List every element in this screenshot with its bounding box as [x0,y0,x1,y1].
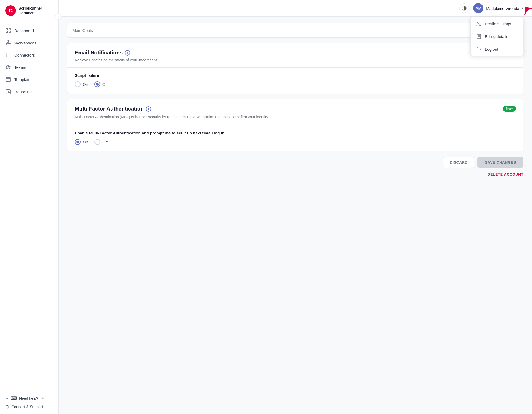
sidebar-item-connectors[interactable]: Connectors [0,49,58,61]
sidebar-item-label: Workspaces [14,41,36,45]
collapse-sidebar-button[interactable]: ‹ [55,13,61,20]
need-help-button[interactable]: ✦ ⌨ Need help? + [5,396,53,401]
receipt-icon [476,34,482,39]
user-name: Madeleine Vironda [486,6,519,11]
templates-icon [5,77,11,82]
content-area: Email Notifications i New Recieve update… [59,17,532,414]
delete-account-link[interactable]: DELETE ACCOUNT [67,172,523,176]
logout-icon [476,47,482,52]
sidebar-item-templates[interactable]: Templates [0,73,58,86]
plus-icon: + [41,396,44,401]
header: MV Madeleine Vironda ▾ [59,0,532,17]
mfa-on-option[interactable]: On [75,139,88,145]
script-failure-radio-group: On Off [75,81,516,87]
svg-point-15 [6,55,7,56]
user-dropdown-menu: Profile settings Billing details [470,17,523,56]
avatar: MV [473,3,483,13]
svg-point-18 [6,66,7,67]
terminal-icon: ⌨ [11,396,17,401]
sidebar: C ScriptRunner Connect ‹ Dashboard [0,0,59,414]
mfa-badge: New [503,106,516,112]
svg-point-16 [6,56,7,57]
svg-point-5 [8,40,9,41]
sidebar-item-label: Connectors [14,53,35,57]
reporting-icon [5,89,11,95]
sidebar-item-teams[interactable]: Teams [0,61,58,73]
mfa-enable-label: Enable Multi-Factor Authentication and p… [75,131,516,135]
sidebar-item-label: Dashboard [14,28,34,33]
save-changes-button[interactable]: SAVE CHANGES [477,157,523,168]
sidebar-item-label: Teams [14,65,26,70]
teams-icon [5,64,11,70]
billing-details-item[interactable]: Billing details [471,30,523,43]
logout-item[interactable]: Log out [471,43,523,56]
svg-line-9 [9,43,10,44]
connect-support-button[interactable]: ⊙ Connect & Support [5,404,53,410]
connectors-icon [5,52,11,58]
svg-point-30 [480,24,481,26]
mfa-off-radio[interactable] [94,139,100,145]
app-name: ScriptRunner Connect [19,6,53,15]
mfa-description: Multi-Factor Authentication (MFA) enhanc… [75,114,516,120]
dashboard-icon [5,28,11,33]
script-failure-off-radio[interactable] [94,81,100,87]
sidebar-item-dashboard[interactable]: Dashboard [0,24,58,37]
app-logo: C ScriptRunner Connect [0,0,58,22]
mfa-info-icon[interactable]: i [146,106,151,112]
theme-toggle-button[interactable] [459,3,469,13]
email-notifications-title: Email Notifications i [75,50,130,56]
sidebar-item-workspaces[interactable]: Workspaces [0,37,58,49]
script-failure-on-option[interactable]: On [75,81,88,87]
chevron-down-icon: ▾ [522,6,523,10]
footer-actions: DISCARD SAVE CHANGES [67,157,523,168]
sparkle-icon: ✦ [5,396,9,401]
email-notifications-card: Email Notifications i New Recieve update… [67,43,523,94]
svg-rect-3 [9,31,10,33]
svg-rect-1 [9,28,10,30]
sidebar-item-label: Templates [14,77,32,82]
svg-rect-20 [6,77,10,82]
svg-point-14 [6,54,7,54]
profile-settings-item[interactable]: Profile settings [471,17,523,30]
main-content: MV Madeleine Vironda ▾ [59,0,532,414]
mfa-radio-group: On Off [75,139,516,145]
svg-rect-2 [6,31,8,33]
svg-rect-0 [6,28,8,30]
email-notifications-subtitle: Recieve updates on the status of your in… [75,58,516,62]
main-goals-card [67,23,523,38]
svg-point-17 [8,65,9,66]
sidebar-nav: Dashboard Workspaces [0,22,58,391]
discard-button[interactable]: DISCARD [443,157,474,168]
main-goals-input[interactable] [67,23,523,37]
mfa-card: Multi-Factor Authentication i New Multi-… [67,99,523,151]
svg-point-29 [477,22,479,23]
mfa-header: Multi-Factor Authentication i New [75,106,516,112]
card-divider [67,67,523,68]
script-failure-off-option[interactable]: Off [94,81,108,87]
logo-icon: C [5,5,16,16]
script-failure-label: Script failure [75,73,516,78]
user-menu[interactable]: MV Madeleine Vironda ▾ [473,3,523,13]
mfa-off-option[interactable]: Off [94,139,108,145]
svg-line-10 [7,43,8,44]
sidebar-item-label: Reporting [14,90,32,94]
mfa-on-radio[interactable] [75,139,81,145]
help-circle-icon: ⊙ [5,404,9,410]
mfa-divider [67,125,523,125]
email-notifications-info-icon[interactable]: i [125,50,130,56]
mfa-title: Multi-Factor Authentication i [75,106,151,112]
sidebar-bottom: ✦ ⌨ Need help? + ⊙ Connect & Support [0,391,58,414]
svg-point-19 [9,66,10,67]
email-notifications-header: Email Notifications i New [75,50,516,56]
person-gear-icon [476,21,482,26]
sidebar-item-reporting[interactable]: Reporting [0,86,58,98]
script-failure-on-radio[interactable] [75,81,81,87]
workspaces-icon [5,40,11,46]
